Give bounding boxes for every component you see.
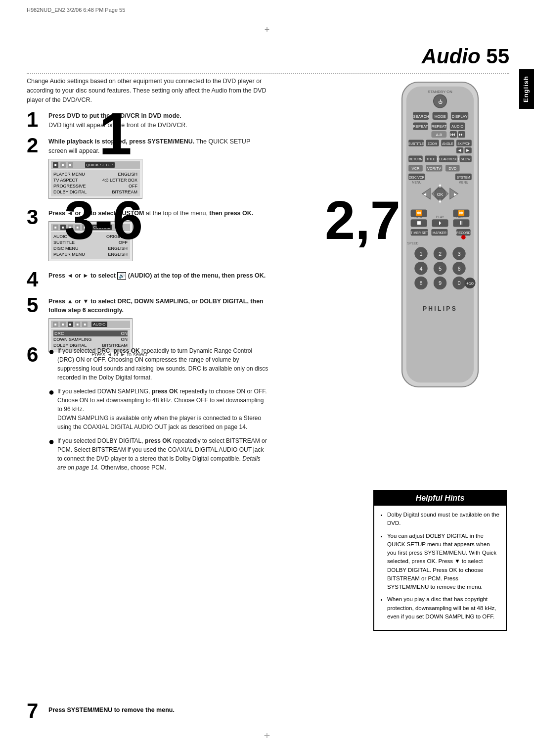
screen-row: DOWN SAMPLINGON: [53, 336, 128, 342]
screen-row: PLAYER MENUENGLISH: [53, 171, 137, 177]
svg-text:RETURN: RETURN: [409, 157, 423, 161]
svg-text:►: ►: [453, 191, 458, 197]
step-6-content: 6 ● If you selected DRC, press OK repeat…: [27, 346, 269, 479]
svg-text:+10: +10: [466, 281, 474, 286]
svg-text:MARKER: MARKER: [433, 231, 446, 235]
svg-text:TIMER SET: TIMER SET: [411, 231, 428, 235]
svg-text:STOP: STOP: [414, 215, 423, 219]
svg-text:6: 6: [457, 266, 460, 272]
bullet-2: ●: [48, 387, 55, 397]
helpful-hints-list: Dolby Digital sound must be available on…: [380, 511, 500, 621]
step-6-header: 6 ● If you selected DRC, press OK repeat…: [27, 346, 269, 477]
screen-row: PLAYER MENUENGLISH: [53, 251, 128, 257]
svg-text:CLEAR/RESET: CLEAR/RESET: [437, 157, 460, 161]
svg-text:REPEAT: REPEAT: [413, 124, 428, 129]
svg-text:◄: ◄: [457, 147, 462, 153]
svg-text:▲: ▲: [438, 182, 443, 188]
svg-text:DISPLAY: DISPLAY: [452, 114, 468, 119]
svg-text:ZOOM: ZOOM: [428, 142, 438, 145]
remote-control: ⏻ STANDBY·ON SEARCH MODE DISPLAY REPEAT …: [386, 77, 507, 405]
svg-text:PLAY: PLAY: [436, 215, 445, 219]
svg-text:⏻: ⏻: [438, 99, 443, 104]
hint-item-1: Dolby Digital sound must be available on…: [387, 511, 500, 528]
svg-text:⏹: ⏹: [416, 220, 422, 226]
step-1-number: 1: [27, 109, 44, 130]
svg-text:0: 0: [457, 280, 460, 286]
helpful-hints-box: Helpful Hints Dolby Digital sound must b…: [373, 490, 507, 631]
step-7-content: Press SYSTEM/MENU to remove the menu.: [48, 703, 175, 713]
svg-text:3: 3: [457, 251, 460, 257]
svg-text:SEARCH: SEARCH: [413, 114, 429, 119]
svg-text:SKIP/CH: SKIP/CH: [457, 142, 471, 145]
step-3: 3 Press ◄ or ► to select CUSTOM at the t…: [27, 209, 269, 264]
svg-text:4: 4: [419, 266, 422, 272]
svg-text:PAUSE: PAUSE: [456, 215, 467, 219]
svg-text:RECORD: RECORD: [456, 231, 471, 235]
bullet-3: ●: [48, 436, 55, 446]
step-4-heading: Press ◄ or ► to select 🔊 (AUDIO) at the …: [48, 272, 266, 279]
bullet-1: ●: [48, 346, 55, 356]
svg-text:9: 9: [439, 280, 442, 286]
svg-text:MENU: MENU: [459, 181, 469, 184]
svg-text:8: 8: [419, 280, 422, 286]
step-2-number: 2: [27, 135, 44, 156]
step-3-number: 3: [27, 207, 44, 228]
divider-line: [27, 73, 509, 74]
page-title: Audio 55: [422, 45, 509, 68]
screen-row: PROGRESSIVEOFF: [53, 183, 137, 189]
svg-text:DVD: DVD: [448, 166, 457, 171]
remote-svg: ⏻ STANDBY·ON SEARCH MODE DISPLAY REPEAT …: [386, 77, 494, 403]
svg-text:MODE: MODE: [434, 114, 445, 119]
helpful-hints-title: Helpful Hints: [374, 491, 506, 506]
step-4-content: Press ◄ or ► to select 🔊 (AUDIO) at the …: [48, 271, 269, 281]
svg-text:SYSTEM: SYSTEM: [457, 176, 470, 179]
crosshair-top: [262, 25, 272, 35]
step-5-heading: Press ▲ or ▼ to select DRC, DOWN SAMPLIN…: [48, 298, 264, 314]
page-header: H982NUD_EN2 3/2/06 6:48 PM Page 55: [27, 7, 125, 13]
step-6-text-3: If you selected DOLBY DIGITAL, press OK …: [57, 436, 269, 472]
step-6-text-1: If you selected DRC, press OK repeatedly…: [57, 346, 269, 382]
svg-text:⏸: ⏸: [458, 220, 464, 226]
svg-text:⏭: ⏭: [459, 132, 464, 137]
step-1: 1 Press DVD to put the DVD/VCR in DVD mo…: [27, 111, 269, 130]
svg-text:SPEED: SPEED: [407, 241, 419, 245]
svg-text:SUBTITLE: SUBTITLE: [408, 142, 424, 145]
step-6-item-3: ● If you selected DOLBY DIGITAL, press O…: [48, 436, 269, 472]
step-6-items: ● If you selected DRC, press OK repeated…: [48, 346, 269, 477]
large-number-1: 1: [99, 104, 132, 163]
svg-text:⏵: ⏵: [438, 220, 443, 226]
hint-item-3: When you play a disc that has copyright …: [387, 595, 500, 621]
step-1-body: DVD light will appear on the front of th…: [48, 121, 269, 130]
svg-text:STANDBY·ON: STANDBY·ON: [428, 90, 452, 94]
svg-text:2: 2: [439, 251, 442, 257]
svg-text:DISC/VCR: DISC/VCR: [409, 176, 425, 179]
intro-text: Change Audio settings based on other equ…: [27, 77, 269, 104]
large-number-36: 3-6: [64, 193, 143, 247]
svg-text:A-B: A-B: [436, 133, 442, 137]
svg-text:VCR/TV: VCR/TV: [427, 166, 442, 171]
svg-text:REPEAT: REPEAT: [432, 124, 446, 129]
step-6-item-1: ● If you selected DRC, press OK repeated…: [48, 346, 269, 382]
hint-item-2: You can adjust DOLBY DIGITAL in the QUIC…: [387, 532, 500, 592]
svg-text:PHILIPS: PHILIPS: [423, 305, 457, 312]
svg-text:⏮: ⏮: [450, 132, 455, 137]
step-4: 4 Press ◄ or ► to select 🔊 (AUDIO) at th…: [27, 271, 269, 290]
step-5-number: 5: [27, 295, 44, 316]
screen-row: DRCON: [53, 331, 128, 336]
svg-text:TITLE: TITLE: [426, 157, 436, 161]
english-tab: English: [519, 69, 534, 109]
svg-text:OK: OK: [437, 192, 444, 197]
main-content: Change Audio settings based on other equ…: [27, 77, 269, 362]
large-number-27: 2,7: [325, 193, 400, 247]
press-hint: Press ◄ or ► to select: [91, 351, 147, 357]
svg-text:ANGLE: ANGLE: [442, 142, 453, 145]
svg-text:►: ►: [465, 147, 470, 153]
svg-text:MENU: MENU: [412, 181, 422, 184]
step-2: 2 While playback is stopped, press SYSTE…: [27, 137, 269, 202]
step-6-number: 6: [27, 344, 44, 365]
svg-text:5: 5: [439, 266, 442, 272]
step-6-item-2: ● If you selected DOWN SAMPLING, press O…: [48, 387, 269, 431]
step-1-content: Press DVD to put the DVD/VCR in DVD mode…: [48, 111, 269, 130]
svg-text:▼: ▼: [438, 199, 443, 204]
svg-point-85: [461, 235, 466, 239]
